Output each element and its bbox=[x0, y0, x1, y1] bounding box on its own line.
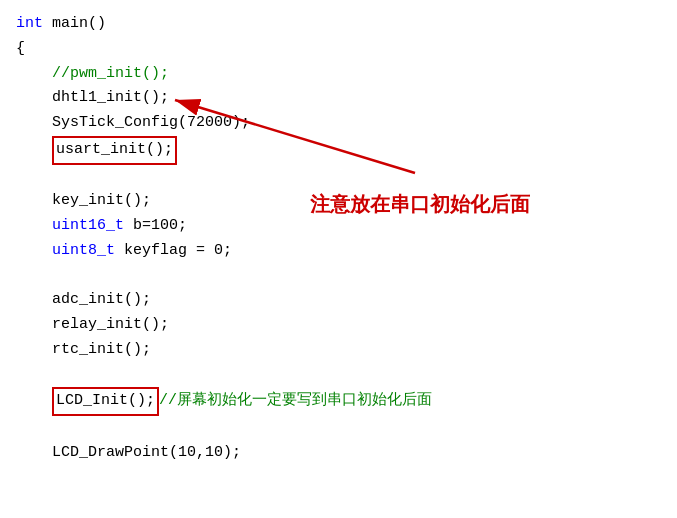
annotation-label: 注意放在串口初始化后面 bbox=[310, 188, 530, 221]
code-line bbox=[16, 416, 661, 441]
code-line: adc_init(); bbox=[16, 288, 661, 313]
code-editor: int main() { //pwm_init(); dhtl1_init();… bbox=[0, 0, 677, 478]
code-line: rtc_init(); bbox=[16, 338, 661, 363]
function-call: main() bbox=[52, 15, 106, 32]
highlight-box-usart: usart_init(); bbox=[52, 136, 177, 165]
code-line: LCD_DrawPoint(10,10); bbox=[16, 441, 661, 466]
highlight-box-lcd: LCD_Init(); bbox=[52, 387, 159, 416]
code-line: relay_init(); bbox=[16, 313, 661, 338]
keyword: uint16_t bbox=[52, 217, 124, 234]
code-line: { bbox=[16, 37, 661, 62]
code-line: dhtl1_init(); bbox=[16, 86, 661, 111]
code-line-highlighted: LCD_Init();//屏幕初始化一定要写到串口初始化后面 bbox=[16, 387, 661, 416]
code-line-highlighted: usart_init(); bbox=[16, 136, 661, 165]
code-line bbox=[16, 264, 661, 289]
keyword: uint8_t bbox=[52, 242, 115, 259]
code-line: //pwm_init(); bbox=[16, 62, 661, 87]
keyword: int bbox=[16, 15, 43, 32]
code-line: SysTick_Config(72000); bbox=[16, 111, 661, 136]
code-line bbox=[16, 165, 661, 190]
comment: //pwm_init(); bbox=[52, 65, 169, 82]
annotation-text: 注意放在串口初始化后面 bbox=[310, 193, 530, 215]
inline-comment: //屏幕初始化一定要写到串口初始化后面 bbox=[159, 392, 432, 409]
code-line: int main() bbox=[16, 12, 661, 37]
code-line: uint8_t keyflag = 0; bbox=[16, 239, 661, 264]
code-line bbox=[16, 363, 661, 388]
